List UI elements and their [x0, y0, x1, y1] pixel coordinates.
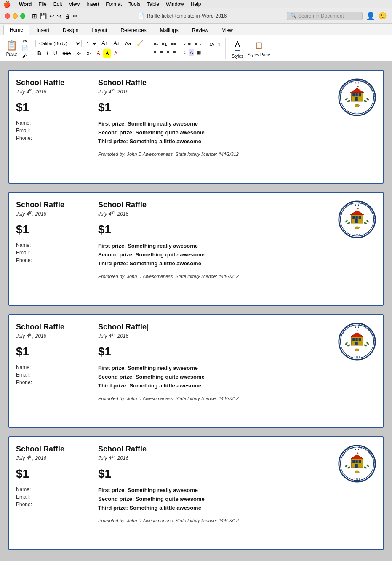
- toolbar-save-icon[interactable]: 💾: [40, 13, 47, 19]
- menu-insert[interactable]: Insert: [86, 1, 99, 7]
- tab-layout[interactable]: Layout: [85, 25, 113, 35]
- superscript-button[interactable]: X²: [84, 50, 93, 57]
- main-price-3: $1: [98, 467, 334, 481]
- show-formatting-button[interactable]: ¶: [217, 41, 222, 48]
- ticket-card-1[interactable]: School Raffle July 4th, 2016 $1 Name: Em…: [8, 192, 384, 306]
- bullet-list-button[interactable]: ≡•: [152, 41, 159, 48]
- menu-help[interactable]: Help: [191, 1, 201, 7]
- justify-button[interactable]: ≡: [172, 49, 177, 56]
- ticket-header-0: School Raffle July 4th, 2016 $1 ★ ★ ★ 19…: [98, 78, 376, 116]
- fullscreen-button[interactable]: [20, 13, 25, 19]
- menu-table[interactable]: Table: [147, 1, 159, 7]
- menu-view[interactable]: View: [69, 1, 80, 7]
- svg-rect-47: [355, 342, 358, 345]
- font-grow-button[interactable]: A↑: [99, 39, 110, 48]
- svg-rect-25: [352, 216, 355, 219]
- svg-rect-28: [355, 219, 358, 223]
- menu-word[interactable]: Word: [19, 1, 32, 7]
- styles-button[interactable]: A: [229, 38, 246, 52]
- italic-button[interactable]: I: [45, 49, 50, 58]
- ticket-promo-2: Promoted by: John D Awesomeness. State l…: [98, 396, 376, 401]
- toolbar-print-icon[interactable]: 🖨: [64, 13, 70, 19]
- tab-home[interactable]: Home: [3, 25, 29, 35]
- close-button[interactable]: [5, 13, 10, 19]
- numbered-list-button[interactable]: ≡1: [160, 41, 168, 48]
- ticket-stub-3: School Raffle July 4th, 2016 $1 Name: Em…: [9, 437, 91, 549]
- format-painter-icon[interactable]: 🖌: [22, 52, 28, 59]
- ticket-stub-0: School Raffle July 4th, 2016 $1 Name: Em…: [9, 71, 91, 183]
- menu-format[interactable]: Format: [106, 1, 122, 7]
- ribbon: 📋 Paste ✂ 📄 🖌 Calibri (Body) 14 A↑ A↓ Aa…: [0, 35, 392, 61]
- search-bar[interactable]: 🔍 Search in Document: [287, 12, 363, 20]
- font-family-select[interactable]: Calibri (Body): [35, 40, 82, 47]
- tab-references[interactable]: References: [114, 25, 152, 35]
- ticket-card-2[interactable]: School Raffle July 4th, 2016 $1 Name: Em…: [8, 314, 384, 428]
- svg-rect-26: [355, 216, 357, 219]
- ticket-card-0[interactable]: School Raffle July 4th, 2016 $1 Name: Em…: [8, 70, 384, 184]
- apple-menu[interactable]: 🍎: [3, 1, 11, 8]
- ticket-promo-3: Promoted by: John D Awesomeness. State l…: [98, 518, 376, 523]
- tab-insert[interactable]: Insert: [30, 25, 56, 35]
- decrease-indent-button[interactable]: ⇐≡: [183, 41, 192, 48]
- menu-edit[interactable]: Edit: [53, 1, 62, 7]
- stub-date-1: July 4th, 2016: [16, 210, 84, 217]
- svg-rect-45: [355, 338, 357, 341]
- subscript-button[interactable]: X₂: [74, 50, 83, 58]
- align-left-button[interactable]: ≡: [152, 49, 157, 56]
- strikethrough-button[interactable]: abc: [61, 49, 73, 58]
- align-center-button[interactable]: ≡: [159, 49, 164, 56]
- highlight-button[interactable]: A: [103, 49, 111, 58]
- menu-window[interactable]: Window: [166, 1, 184, 7]
- tab-mailings[interactable]: Mailings: [154, 25, 185, 35]
- menu-tools[interactable]: Tools: [128, 1, 140, 7]
- underline-button[interactable]: U: [51, 49, 59, 58]
- shading-button[interactable]: A: [189, 49, 194, 56]
- font-size-select[interactable]: 14: [83, 40, 98, 47]
- toolbar-redo-icon[interactable]: ↪: [57, 13, 62, 19]
- align-right-button[interactable]: ≡: [165, 49, 171, 56]
- font-shrink-button[interactable]: A↓: [111, 39, 122, 48]
- ticket-prizes-3: First prize: Something really awesome Se…: [98, 486, 376, 512]
- stub-name-0: Name:: [16, 120, 84, 126]
- document-title-area: 📄 Raffle-ticket-template-in-Word-2016: [138, 13, 227, 19]
- sort-button[interactable]: ↕A: [208, 41, 216, 48]
- line-spacing-button[interactable]: ↕: [183, 49, 188, 56]
- text-color-button[interactable]: A̲: [112, 49, 120, 58]
- prize2-2: Second prize: Something quite awesome: [98, 373, 376, 382]
- svg-text:★ 1983 ★: ★ 1983 ★: [351, 234, 363, 237]
- font-color-button[interactable]: A: [94, 49, 102, 58]
- tab-view[interactable]: View: [216, 25, 239, 35]
- paste-button[interactable]: 📋 Paste: [3, 38, 20, 58]
- cut-icon[interactable]: ✂: [23, 38, 27, 44]
- traffic-lights: [5, 13, 25, 19]
- stub-name-1: Name:: [16, 242, 84, 248]
- prize1-1: First prize: Something really awesome: [98, 242, 376, 251]
- paste-icon: 📋: [6, 40, 17, 51]
- borders-button[interactable]: ▦: [195, 49, 202, 56]
- main-date-0: July 4th, 2016: [98, 88, 334, 95]
- increase-indent-button[interactable]: ≡⇒: [193, 41, 202, 48]
- list-row: ≡• ≡1 ≡≡ ⇐≡ ≡⇒ ↕A ¶: [152, 41, 222, 48]
- emoji-icon[interactable]: 🙂: [379, 12, 387, 20]
- styles-pane-button[interactable]: 📋: [251, 40, 267, 51]
- ticket-card-3[interactable]: School Raffle July 4th, 2016 $1 Name: Em…: [8, 436, 384, 550]
- toolbar-pencil-icon[interactable]: ✏: [73, 13, 78, 19]
- ticket-main-0: School Raffle July 4th, 2016 $1 ★ ★ ★ 19…: [91, 71, 383, 183]
- ticket-main-3: School Raffle July 4th, 2016 $1 ★ ★ ★ 19…: [91, 437, 383, 549]
- tab-design[interactable]: Design: [56, 25, 85, 35]
- menu-file[interactable]: File: [38, 1, 46, 7]
- sep3: [180, 49, 180, 55]
- clear-format-button[interactable]: 🧹: [134, 39, 145, 48]
- stub-phone-2: Phone:: [16, 379, 84, 385]
- copy-icon[interactable]: 📄: [21, 45, 28, 51]
- bold-button[interactable]: B: [35, 49, 43, 58]
- account-icon[interactable]: 👤: [366, 11, 375, 21]
- stub-email-0: Email:: [16, 128, 84, 134]
- multilevel-list-button[interactable]: ≡≡: [170, 41, 178, 48]
- toolbar-sidebar-icon[interactable]: ⊞: [32, 13, 37, 19]
- svg-rect-63: [352, 460, 355, 463]
- toolbar-undo-icon[interactable]: ↩: [49, 13, 54, 19]
- tab-review[interactable]: Review: [186, 25, 215, 35]
- minimize-button[interactable]: [13, 13, 18, 19]
- change-case-button[interactable]: Aa: [123, 40, 133, 47]
